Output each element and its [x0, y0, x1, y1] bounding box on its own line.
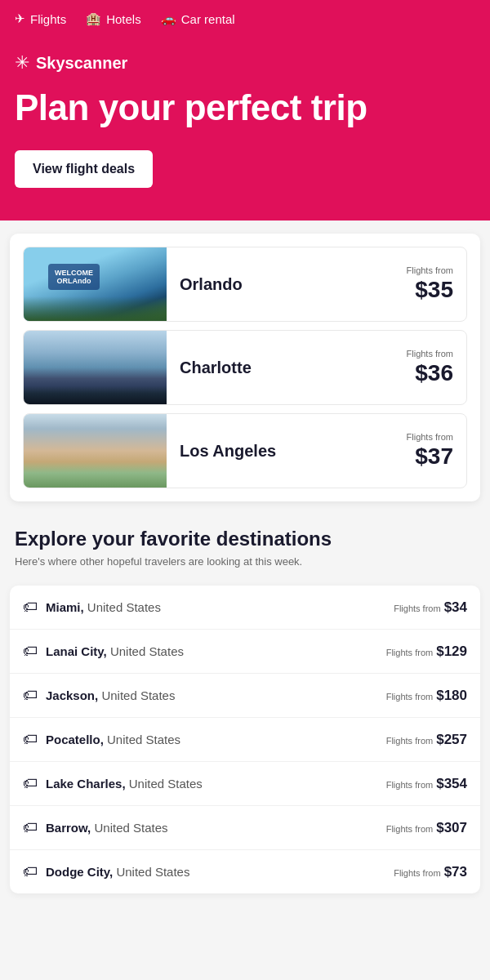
flight-info-orlando: Orlando: [167, 265, 394, 304]
destination-price-miami: $34: [444, 599, 467, 615]
nav-item-car-rental[interactable]: 🚗Car rental: [161, 11, 235, 26]
explore-section: Explore your favorite destinations Here'…: [0, 514, 490, 586]
destination-flights-from-lake-charles: Flights from: [386, 780, 433, 790]
nav-item-hotels[interactable]: 🏨Hotels: [86, 11, 141, 26]
destination-price-area-lanai-city: Flights from$129: [386, 644, 467, 660]
logo-text: Skyscanner: [36, 54, 127, 73]
flight-info-los-angeles: Los Angeles: [167, 432, 394, 470]
destination-name-barrow: Barrow, United States: [46, 821, 386, 835]
destination-flights-from-dodge-city: Flights from: [394, 868, 440, 878]
destination-item-lanai-city[interactable]: 🏷 Lanai City, United States Flights from…: [10, 630, 480, 674]
destination-pin-icon-dodge-city: 🏷: [23, 863, 38, 880]
flights-from-label-orlando: Flights from: [407, 265, 453, 275]
destination-name-dodge-city: Dodge City, United States: [46, 865, 394, 879]
destination-price-area-miami: Flights from$34: [394, 599, 467, 616]
destination-name-lanai-city: Lanai City, United States: [46, 644, 386, 658]
destination-price-area-barrow: Flights from$307: [386, 820, 467, 836]
flight-image-orlando: [24, 247, 167, 321]
top-navigation: ✈Flights🏨Hotels🚗Car rental: [0, 0, 490, 38]
destination-item-lake-charles[interactable]: 🏷 Lake Charles, United States Flights fr…: [10, 762, 480, 806]
flights-from-label-los-angeles: Flights from: [407, 432, 453, 442]
destination-pin-icon-lake-charles: 🏷: [23, 775, 38, 792]
flight-card-charlotte[interactable]: Charlotte Flights from $36: [23, 330, 467, 405]
destination-pin-icon-jackson: 🏷: [23, 687, 38, 704]
hero-title: Plan your perfect trip: [15, 88, 475, 127]
view-flight-deals-button[interactable]: View flight deals: [15, 150, 153, 188]
destination-name-lake-charles: Lake Charles, United States: [46, 777, 386, 791]
destination-price-area-pocatello: Flights from$257: [386, 732, 467, 748]
flight-city-orlando: Orlando: [180, 275, 243, 293]
destination-price-area-lake-charles: Flights from$354: [386, 776, 467, 792]
explore-title: Explore your favorite destinations: [15, 528, 475, 550]
flight-price-area-los-angeles: Flights from $37: [394, 422, 466, 479]
destination-price-barrow: $307: [436, 820, 467, 835]
destination-flights-from-barrow: Flights from: [386, 824, 433, 834]
flight-image-los-angeles: [24, 414, 167, 488]
flights-from-label-charlotte: Flights from: [407, 349, 453, 359]
destination-price-jackson: $180: [436, 688, 467, 703]
destination-pin-icon-lanai-city: 🏷: [23, 643, 38, 660]
destination-price-dodge-city: $73: [444, 864, 467, 880]
destination-flights-from-jackson: Flights from: [386, 692, 433, 702]
destination-item-jackson[interactable]: 🏷 Jackson, United States Flights from$18…: [10, 674, 480, 718]
logo-area: ✳ Skyscanner: [15, 52, 475, 74]
flight-price-charlotte: $36: [415, 360, 453, 385]
destination-name-miami: Miami, United States: [46, 600, 394, 614]
destination-item-barrow[interactable]: 🏷 Barrow, United States Flights from$307: [10, 806, 480, 850]
flight-image-charlotte: [24, 331, 167, 404]
destination-flights-from-miami: Flights from: [394, 604, 440, 613]
flight-card-los-angeles[interactable]: Los Angeles Flights from $37: [23, 413, 467, 488]
flight-card-orlando[interactable]: Orlando Flights from $35: [23, 247, 467, 322]
car-rental-nav-icon: 🚗: [161, 11, 176, 26]
destination-price-area-dodge-city: Flights from$73: [394, 864, 467, 880]
featured-flights-section: Orlando Flights from $35 Charlotte Fligh…: [10, 234, 480, 501]
destination-flights-from-lanai-city: Flights from: [386, 648, 433, 657]
flights-nav-icon: ✈: [15, 11, 25, 26]
flight-city-charlotte: Charlotte: [180, 359, 252, 376]
destination-item-miami[interactable]: 🏷 Miami, United States Flights from$34: [10, 586, 480, 630]
hotels-nav-icon: 🏨: [86, 11, 101, 26]
destination-name-pocatello: Pocatello, United States: [46, 733, 386, 746]
nav-label-flights: Flights: [30, 12, 66, 26]
nav-item-flights[interactable]: ✈Flights: [15, 11, 66, 26]
flight-info-charlotte: Charlotte: [167, 349, 394, 387]
explore-subtitle: Here's where other hopeful travelers are…: [15, 555, 475, 568]
flight-city-los-angeles: Los Angeles: [180, 442, 276, 460]
destination-pin-icon-barrow: 🏷: [23, 819, 38, 836]
destination-price-lake-charles: $354: [436, 776, 467, 791]
destination-pin-icon-pocatello: 🏷: [23, 731, 38, 748]
destination-price-area-jackson: Flights from$180: [386, 688, 467, 704]
skyscanner-logo-icon: ✳: [15, 52, 29, 74]
destination-item-dodge-city[interactable]: 🏷 Dodge City, United States Flights from…: [10, 850, 480, 893]
flight-price-los-angeles: $37: [415, 443, 453, 469]
flight-price-area-orlando: Flights from $35: [394, 256, 466, 313]
nav-label-hotels: Hotels: [106, 12, 141, 26]
destination-name-jackson: Jackson, United States: [46, 688, 386, 702]
destination-price-lanai-city: $129: [436, 644, 467, 659]
flight-price-area-charlotte: Flights from $36: [394, 339, 466, 396]
destination-item-pocatello[interactable]: 🏷 Pocatello, United States Flights from$…: [10, 718, 480, 762]
destination-list: 🏷 Miami, United States Flights from$34 🏷…: [10, 586, 480, 893]
nav-label-car-rental: Car rental: [181, 12, 235, 26]
flight-price-orlando: $35: [415, 277, 453, 302]
hero-section: ✳ Skyscanner Plan your perfect trip View…: [0, 38, 490, 220]
destination-flights-from-pocatello: Flights from: [386, 736, 433, 746]
destination-price-pocatello: $257: [436, 732, 467, 747]
destination-pin-icon-miami: 🏷: [23, 599, 38, 616]
